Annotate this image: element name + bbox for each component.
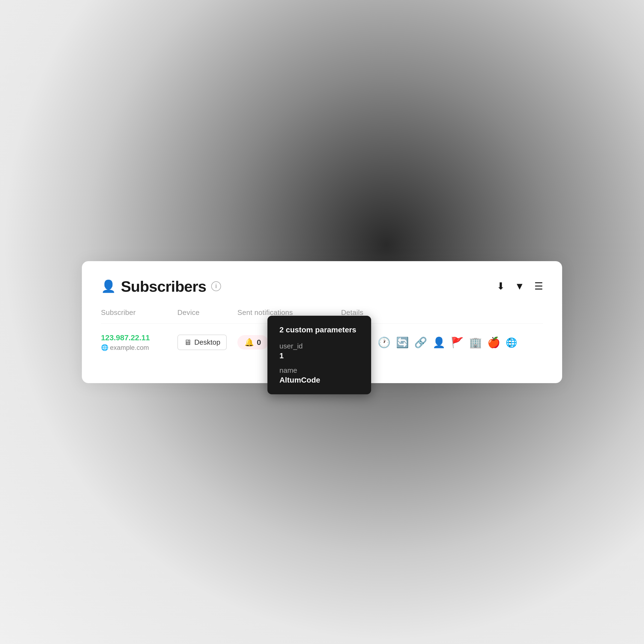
tooltip-key-1: user_id [279,342,359,350]
header-actions: ⬇ ▼ ☰ [497,281,543,292]
sent-badge: 🔔 0 [237,335,268,350]
tooltip-value-1: 1 [279,351,359,360]
download-icon[interactable]: ⬇ [497,281,505,292]
device-label: Desktop [194,338,220,347]
th-device: Device [177,308,199,317]
subscribers-card: 2 custom parameters user_id 1 name Altum… [82,261,562,383]
tooltip-title: 2 custom parameters [279,326,359,334]
page-header: 👤 Subscribers i ⬇ ▼ ☰ [101,278,543,295]
subscriber-domain: 🌐 example.com [101,344,177,351]
globe-icon: 🌐 [101,344,108,351]
th-details: Details [341,308,363,317]
fire-icon: 🔔 [245,338,254,347]
custom-params-tooltip: 2 custom parameters user_id 1 name Altum… [267,316,371,394]
user-circle-icon[interactable]: 👤 [433,336,445,348]
info-icon-label: i [215,283,217,290]
apple-icon[interactable]: 🍎 [487,336,500,348]
col-header-subscriber: Subscriber [101,308,177,317]
more-options-button[interactable]: ⋮ [505,336,543,348]
header-left: 👤 Subscribers i [101,278,221,295]
page-title: Subscribers [121,278,206,295]
filter-icon[interactable]: ▼ [515,281,524,292]
sent-count: 0 [257,338,261,347]
th-subscriber: Subscriber [101,308,136,317]
device-cell: 🖥 Desktop [177,335,237,350]
domain-text: example.com [110,344,149,351]
building-icon[interactable]: 🏢 [469,336,482,348]
subscriber-ip[interactable]: 123.987.22.11 [101,333,177,342]
tooltip-container: 2 custom parameters user_id 1 name Altum… [267,316,371,394]
menu-icon[interactable]: ☰ [534,281,543,292]
monitor-icon: 🖥 [184,338,192,347]
link-icon[interactable]: 🔗 [414,336,427,348]
subscribers-icon: 👤 [101,279,116,293]
clock-icon[interactable]: 🕐 [378,336,390,348]
subscriber-cell: 123.987.22.11 🌐 example.com [101,333,177,351]
history-icon[interactable]: 🔄 [396,336,409,348]
th-sent: Sent notifications [237,308,293,317]
row-actions-cell: ⋮ [505,336,543,348]
flag-icon[interactable]: 🚩 [451,336,464,348]
tooltip-key-2: name [279,366,359,375]
device-badge: 🖥 Desktop [177,335,227,350]
col-header-device: Device [177,308,237,317]
tooltip-value-2: AltumCode [279,376,359,384]
info-icon[interactable]: i [211,281,221,291]
